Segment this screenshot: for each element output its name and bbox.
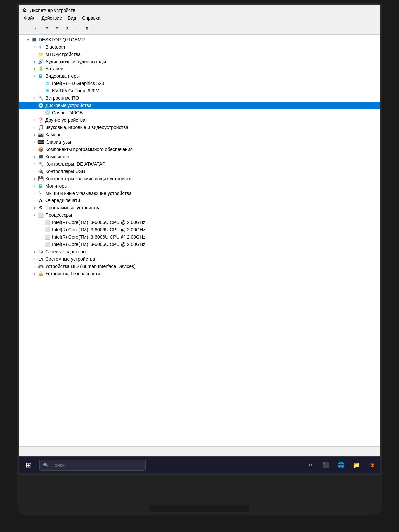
properties-button[interactable]: ⊟ (42, 24, 52, 33)
other-icon: ❓ (37, 117, 44, 123)
tree-item-cpu2[interactable]: › ⬜ Intel(R) Core(TM) i3-6006U CPU @ 2.0… (19, 226, 380, 233)
update-button[interactable]: ⊞ (52, 24, 62, 33)
print-arrow[interactable]: › (32, 198, 37, 203)
computer-button[interactable]: 🖥 (82, 24, 91, 33)
root-icon: 💻 (31, 36, 37, 43)
tree-item-other[interactable]: › ❓ Другие устройства (19, 116, 380, 124)
menu-file[interactable]: Файл (21, 15, 38, 21)
usb-arrow[interactable]: › (32, 169, 37, 174)
tree-item-security[interactable]: › 🔒 Устройства безопасности (19, 270, 380, 277)
screen-button[interactable]: ⊡ (72, 24, 81, 33)
bluetooth-arrow[interactable]: › (32, 44, 37, 50)
search-bar[interactable]: 🔍 Поиск (39, 460, 146, 471)
window-title: Диспетчер устройств (30, 8, 75, 13)
bluetooth-icon: ⚛ (37, 44, 44, 50)
camera-arrow[interactable]: › (32, 132, 37, 137)
audio-arrow[interactable]: › (32, 59, 37, 64)
start-icon: ⊞ (26, 461, 32, 469)
cpu4-icon: ⬜ (44, 241, 51, 248)
taskbar-explorer-icon[interactable]: 📁 (351, 460, 362, 470)
menu-help[interactable]: Справка (79, 15, 103, 21)
keyboard-arrow[interactable]: › (32, 139, 37, 145)
sysdev-arrow[interactable]: › (32, 256, 37, 262)
mice-arrow[interactable]: › (32, 191, 37, 196)
security-arrow[interactable]: › (32, 271, 37, 276)
taskbar-edge-icon[interactable]: 🌐 (336, 460, 346, 470)
tree-item-cpu4[interactable]: › ⬜ Intel(R) Core(TM) i3-6006U CPU @ 2.0… (19, 241, 380, 248)
tree-item-monitor[interactable]: › 🖥 Мониторы (19, 182, 380, 190)
audio-icon: 🔊 (37, 58, 44, 65)
taskbar: ⊞ 🔍 Поиск ○ ⬛ 🌐 📁 🛍 (19, 456, 380, 473)
forward-button[interactable]: → (30, 24, 39, 33)
security-label: Устройства безопасности (45, 271, 100, 276)
battery-arrow[interactable]: › (32, 66, 37, 71)
tree-item-cpu1[interactable]: › ⬜ Intel(R) Core(TM) i3-6006U CPU @ 2.0… (19, 219, 380, 226)
tree-item-prog[interactable]: › ⚙ Программные устройства (19, 204, 380, 211)
tree-root[interactable]: ▾ 💻 DESKTOP-Q71QEMR (19, 36, 380, 43)
sound-arrow[interactable]: › (32, 125, 37, 130)
hid-arrow[interactable]: › (32, 264, 37, 269)
tree-item-battery[interactable]: › 🔋 Батареи (19, 65, 380, 72)
sound-icon: 🎵 (37, 124, 44, 131)
software-arrow[interactable]: › (32, 147, 37, 152)
tree-item-cpu[interactable]: ▾ ⬜ Процессоры (19, 211, 380, 219)
menu-view[interactable]: Вид (65, 15, 79, 21)
taskbar-search-icon[interactable]: ○ (305, 460, 316, 470)
menu-bar: Файл Действие Вид Справка (21, 15, 378, 21)
tree-item-disk[interactable]: ▾ 💿 Дисковые устройства (19, 102, 380, 109)
device-tree[interactable]: ▾ 💻 DESKTOP-Q71QEMR › ⚛ Bluetooth › 📁 MT… (19, 35, 380, 446)
ide-icon: 🔧 (37, 161, 44, 167)
monitor-arrow[interactable]: › (32, 183, 37, 189)
disk-icon: 💿 (37, 102, 44, 109)
tree-item-print[interactable]: › 🖨 Очереди печати (19, 197, 380, 204)
sysdev-label: Системные устройства (45, 256, 95, 262)
camera-icon: 📷 (37, 131, 44, 138)
tree-item-hid[interactable]: › 🎮 Устройства HID (Human Interface Devi… (19, 263, 380, 270)
tree-item-computer[interactable]: › 💻 Компьютер (19, 153, 380, 160)
cpu2-label: Intel(R) Core(TM) i3-6006U CPU @ 2.00GHz (52, 227, 145, 232)
tree-item-video[interactable]: ▾ 🖥 Видеоадаптеры (19, 72, 380, 80)
tree-item-bluetooth[interactable]: › ⚛ Bluetooth (19, 43, 380, 51)
tree-item-sysdev[interactable]: › 🗂 Системные устройства (19, 255, 380, 263)
tree-item-firmware[interactable]: › 🔧 Встроенное ПО (19, 94, 380, 102)
cpu1-label: Intel(R) Core(TM) i3-6006U CPU @ 2.00GHz (52, 220, 145, 225)
computer-arrow[interactable]: › (32, 154, 37, 159)
tree-item-ide[interactable]: › 🔧 Контроллеры IDE ATA/ATAPI (19, 160, 380, 168)
taskbar-store-icon[interactable]: 🛍 (366, 460, 377, 470)
tree-item-mice[interactable]: › 🖱 Мыши и иные указывающие устройства (19, 190, 380, 197)
tree-item-cpu3[interactable]: › ⬜ Intel(R) Core(TM) i3-6006U CPU @ 2.0… (19, 233, 380, 241)
tree-item-usb[interactable]: › 🔌 Контроллеры USB (19, 168, 380, 175)
network-arrow[interactable]: › (32, 249, 37, 254)
disk-arrow[interactable]: ▾ (32, 103, 37, 108)
mtd-arrow[interactable]: › (32, 52, 37, 57)
tree-item-audio[interactable]: › 🔊 Аудиовходы и аудиовыходы (19, 58, 380, 65)
prog-arrow[interactable]: › (32, 205, 37, 210)
intel-graphics-icon: 🖥 (44, 80, 51, 87)
tree-item-software[interactable]: › 📦 Компоненты программного обеспечения (19, 146, 380, 153)
root-expand-arrow[interactable]: ▾ (25, 37, 31, 42)
ide-arrow[interactable]: › (32, 161, 37, 167)
tree-item-camera[interactable]: › 📷 Камеры (19, 131, 380, 138)
video-arrow[interactable]: ▾ (32, 73, 37, 79)
storage-ctrl-arrow[interactable]: › (32, 176, 37, 181)
start-button[interactable]: ⊞ (22, 459, 35, 472)
cpu-arrow[interactable]: ▾ (32, 212, 37, 218)
help-button[interactable]: ? (62, 24, 71, 33)
software-icon: 📦 (37, 146, 44, 153)
tree-item-keyboard[interactable]: › ⌨ Клавиатуры (19, 138, 380, 146)
tree-item-nvidia[interactable]: › 🖥 NVIDIA GeForce 920M (19, 87, 380, 94)
tree-item-sound[interactable]: › 🎵 Звуковые, игровые и видеоустройства (19, 124, 380, 131)
back-button[interactable]: ← (20, 24, 29, 33)
toolbar-separator-1 (41, 25, 41, 33)
tree-item-mtd[interactable]: › 📁 MTD-устройства (19, 51, 380, 58)
tree-item-network[interactable]: › 🗂 Сетевые адаптеры (19, 248, 380, 255)
tree-item-casper[interactable]: › 💿 Casper-240GB (19, 109, 380, 116)
firmware-arrow[interactable]: › (32, 95, 37, 101)
cpu3-label: Intel(R) Core(TM) i3-6006U CPU @ 2.00GHz (52, 234, 145, 240)
other-arrow[interactable]: › (32, 117, 37, 123)
menu-action[interactable]: Действие (39, 15, 65, 21)
tree-item-storage-ctrl[interactable]: › 💾 Контроллеры запоминающих устройств (19, 175, 380, 182)
laptop-screen: ⚙ Диспетчер устройств Файл Действие Вид … (17, 3, 382, 475)
taskbar-task-view-icon[interactable]: ⬛ (321, 460, 331, 470)
tree-item-intel-graphics[interactable]: › 🖥 Intel(R) HD Graphics 520 (19, 80, 380, 87)
